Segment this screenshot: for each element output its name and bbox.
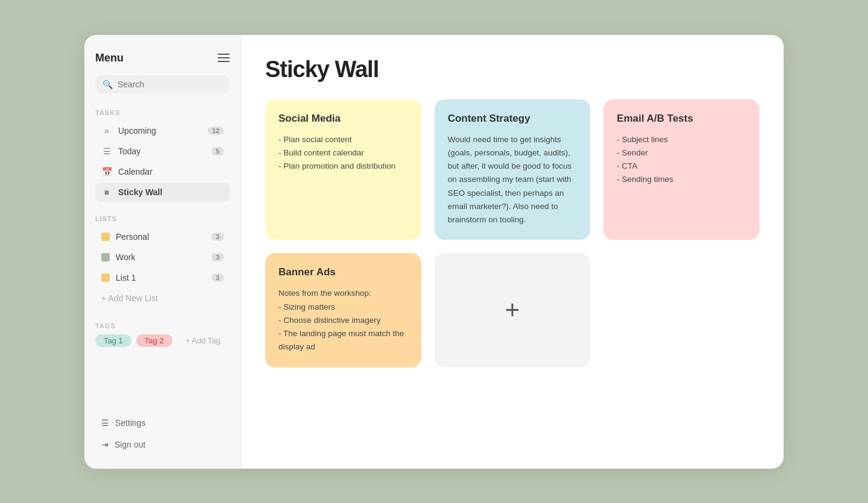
upcoming-label: Upcoming — [118, 126, 202, 136]
banner-ads-title: Banner Ads — [278, 266, 408, 278]
sticky-card-email-ab[interactable]: Email A/B Tests - Subject lines- Sender-… — [603, 99, 760, 240]
upcoming-icon: » — [101, 126, 112, 136]
today-icon: ☰ — [101, 146, 112, 156]
sidebar-footer: ☰ Settings ⇥ Sign out — [95, 401, 230, 454]
sidebar-header: Menu — [95, 52, 230, 64]
add-tag-button[interactable]: + Add Tag — [177, 334, 229, 347]
content-strategy-body: Would need time to get insights (goals, … — [448, 133, 577, 227]
settings-nav[interactable]: ☰ Settings — [95, 413, 230, 433]
upcoming-badge: 12 — [208, 127, 224, 135]
add-plus-icon: + — [505, 298, 520, 323]
sidebar-item-work[interactable]: Work 3 — [95, 248, 230, 267]
search-icon: 🔍 — [102, 80, 113, 89]
sidebar-item-sticky-wall[interactable]: ■ Sticky Wall — [95, 183, 230, 202]
sticky-wall-icon: ■ — [101, 187, 112, 197]
tag2-pill[interactable]: Tag 2 — [136, 334, 172, 347]
sidebar-item-upcoming[interactable]: » Upcoming 12 — [95, 121, 230, 140]
personal-label: Personal — [116, 232, 206, 242]
personal-badge: 3 — [212, 233, 224, 241]
email-ab-body: - Subject lines- Sender- CTA- Sending ti… — [617, 133, 746, 187]
sidebar-item-calendar[interactable]: 📅 Calendar — [95, 162, 230, 181]
sticky-card-content-strategy[interactable]: Content Strategy Would need time to get … — [435, 99, 591, 240]
list1-badge: 3 — [212, 273, 224, 282]
search-bar[interactable]: 🔍 — [95, 75, 230, 93]
tasks-section-label: TASKS — [95, 109, 230, 116]
social-media-body: - Plan social content- Build content cal… — [278, 133, 408, 173]
settings-label: Settings — [115, 418, 146, 428]
tags-section-label: TAGS — [95, 322, 230, 330]
content-strategy-title: Content Strategy — [448, 113, 577, 125]
list1-color-dot — [101, 273, 110, 282]
tag1-pill[interactable]: Tag 1 — [95, 334, 131, 347]
sticky-wall-label: Sticky Wall — [118, 187, 224, 197]
sidebar-item-today[interactable]: ☰ Today 5 — [95, 142, 230, 161]
app-container: Menu 🔍 TASKS » Upcoming 12 ☰ Today 5 📅 C… — [84, 35, 784, 469]
sidebar-item-list1[interactable]: List 1 3 — [95, 268, 230, 287]
settings-icon: ☰ — [101, 418, 109, 428]
main-content: Sticky Wall Social Media - Plan social c… — [241, 35, 784, 469]
personal-color-dot — [101, 233, 110, 241]
sticky-grid: Social Media - Plan social content- Buil… — [265, 99, 760, 367]
lists-section: LISTS Personal 3 Work 3 List 1 3 + Add N… — [95, 213, 230, 309]
banner-ads-body: Notes from the workshop:- Sizing matters… — [278, 287, 408, 354]
add-new-list-button[interactable]: + Add New List — [95, 289, 230, 308]
list1-label: List 1 — [116, 273, 206, 283]
work-color-dot — [101, 253, 110, 261]
sidebar-item-personal[interactable]: Personal 3 — [95, 227, 230, 246]
page-title: Sticky Wall — [265, 57, 760, 83]
tags-section: TAGS Tag 1 Tag 2 + Add Tag — [95, 320, 230, 347]
menu-title: Menu — [95, 52, 124, 64]
tags-row: Tag 1 Tag 2 + Add Tag — [95, 334, 230, 347]
social-media-title: Social Media — [278, 113, 408, 125]
hamburger-icon[interactable] — [218, 54, 230, 62]
work-label: Work — [116, 252, 206, 262]
sticky-card-banner-ads[interactable]: Banner Ads Notes from the workshop:- Siz… — [265, 253, 421, 367]
calendar-icon: 📅 — [101, 167, 112, 177]
sign-out-icon: ⇥ — [101, 440, 108, 449]
work-badge: 3 — [212, 253, 224, 261]
calendar-label: Calendar — [118, 167, 224, 177]
today-label: Today — [118, 146, 206, 156]
today-badge: 5 — [212, 147, 224, 155]
sticky-card-social-media[interactable]: Social Media - Plan social content- Buil… — [265, 99, 421, 240]
add-new-list-label: + Add New List — [101, 293, 224, 303]
sign-out-nav[interactable]: ⇥ Sign out — [95, 435, 230, 454]
email-ab-title: Email A/B Tests — [617, 113, 746, 125]
sidebar: Menu 🔍 TASKS » Upcoming 12 ☰ Today 5 📅 C… — [84, 35, 241, 469]
sign-out-label: Sign out — [115, 440, 145, 449]
lists-section-label: LISTS — [95, 215, 230, 222]
search-input[interactable] — [118, 80, 222, 89]
add-sticky-card-button[interactable]: + — [435, 253, 591, 367]
